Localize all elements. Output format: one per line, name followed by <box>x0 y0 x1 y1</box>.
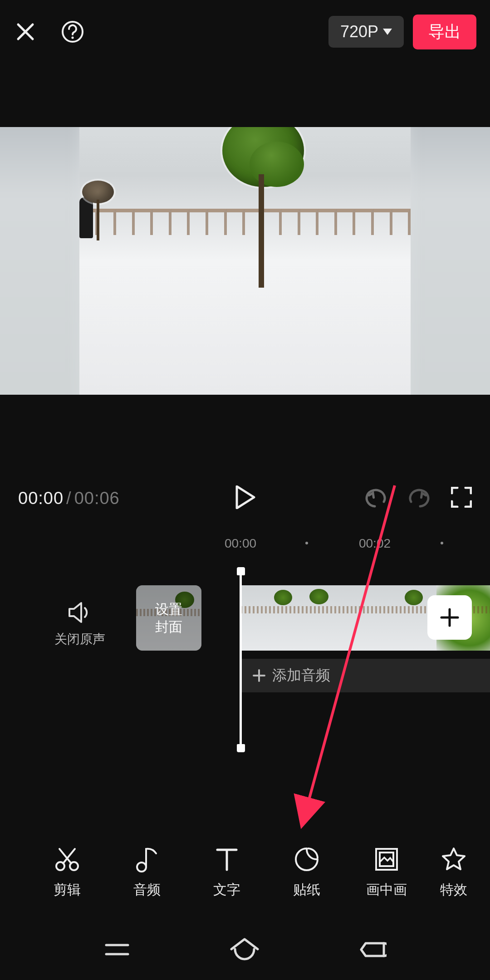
playhead[interactable] <box>240 571 242 749</box>
add-audio-label: 添加音频 <box>272 666 330 686</box>
picture-in-picture-icon <box>373 846 400 872</box>
svg-point-1 <box>71 36 74 39</box>
tool-text[interactable]: 文字 <box>187 846 267 899</box>
back-icon[interactable] <box>358 939 387 962</box>
add-audio-button[interactable]: 添加音频 <box>240 659 490 692</box>
tool-label: 画中画 <box>366 881 407 899</box>
sticker-icon <box>294 846 320 872</box>
duration-time: 00:06 <box>74 489 120 508</box>
undo-icon[interactable] <box>364 486 387 510</box>
close-icon[interactable] <box>14 20 37 44</box>
time-ruler[interactable]: 00:00 00:02 <box>0 536 490 559</box>
tool-label: 文字 <box>213 881 240 899</box>
add-clip-button[interactable] <box>427 595 472 640</box>
tool-pip[interactable]: 画中画 <box>347 846 426 899</box>
ruler-mark: 00:02 <box>359 536 391 551</box>
star-icon <box>441 846 467 872</box>
tool-label: 剪辑 <box>54 881 81 899</box>
ruler-mark: 00:00 <box>225 536 256 551</box>
tool-audio[interactable]: 音频 <box>107 846 187 899</box>
playback-bar: 00:00/00:06 <box>0 480 490 516</box>
mute-original-button[interactable]: 关闭原声 <box>54 602 105 648</box>
top-bar: 720P 导出 <box>0 9 490 54</box>
preview-frame <box>79 127 411 395</box>
clip-thumb <box>371 585 436 651</box>
ruler-tick <box>305 542 308 544</box>
fullscreen-icon[interactable] <box>451 487 472 510</box>
clip-thumb <box>306 585 371 651</box>
clip-thumb <box>240 585 306 651</box>
home-icon[interactable] <box>229 937 260 964</box>
scissors-icon <box>54 846 80 872</box>
plus-icon <box>440 608 460 627</box>
set-cover-button[interactable]: 设置 封面 <box>136 585 201 651</box>
current-time: 00:00 <box>18 489 64 508</box>
help-icon[interactable] <box>61 20 84 44</box>
preview-blur-left <box>0 127 83 395</box>
system-navigation <box>0 921 490 980</box>
cover-label: 设置 封面 <box>136 585 201 651</box>
tool-sticker[interactable]: 贴纸 <box>267 846 347 899</box>
resolution-button[interactable]: 720P <box>328 16 404 48</box>
export-button[interactable]: 导出 <box>413 15 476 49</box>
ruler-tick <box>441 542 443 544</box>
tool-label: 音频 <box>133 881 161 899</box>
svg-point-5 <box>137 862 146 872</box>
redo-icon[interactable] <box>407 486 431 510</box>
tool-effects[interactable]: 特效 <box>426 846 481 899</box>
chevron-down-icon <box>383 29 392 35</box>
preview-blur-right <box>407 127 490 395</box>
tool-edit[interactable]: 剪辑 <box>27 846 107 899</box>
tool-label: 特效 <box>440 881 467 899</box>
text-icon <box>214 846 240 872</box>
resolution-label: 720P <box>340 22 378 41</box>
plus-icon <box>252 669 266 682</box>
music-note-icon <box>134 846 160 872</box>
video-preview[interactable] <box>0 127 490 395</box>
time-display: 00:00/00:06 <box>18 489 120 508</box>
speaker-icon <box>68 602 92 623</box>
play-button[interactable] <box>234 485 256 511</box>
timeline: 关闭原声 设置 封面 添加音频 <box>0 562 490 757</box>
recent-apps-icon[interactable] <box>103 940 131 961</box>
tool-strip: 剪辑 音频 文字 贴纸 画中画 特效 <box>0 834 490 911</box>
mute-label: 关闭原声 <box>54 631 105 648</box>
tool-label: 贴纸 <box>293 881 320 899</box>
